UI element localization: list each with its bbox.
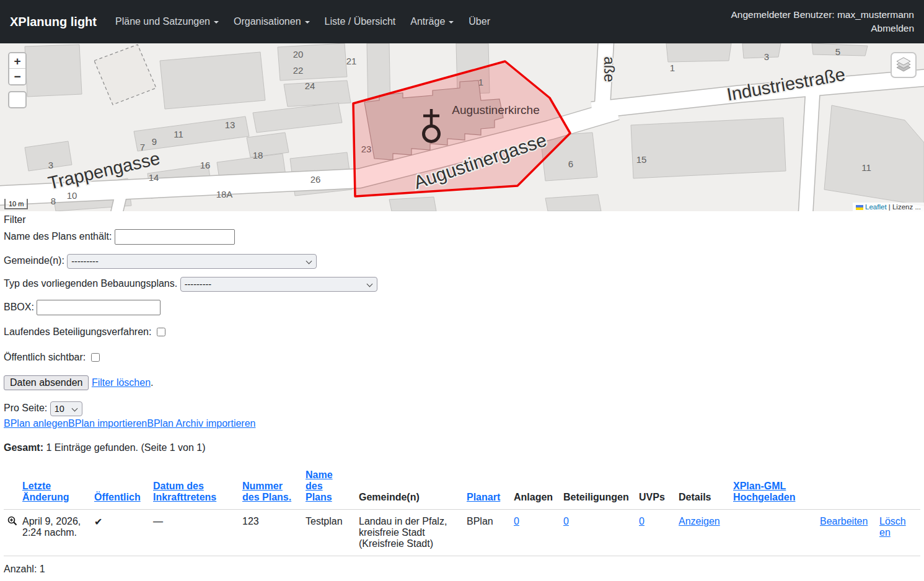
svg-text:24: 24 (305, 81, 315, 91)
layers-control[interactable] (891, 52, 917, 78)
bebauungsplan-typ-label: Typ des vorliegenden Bebauungsplans. (4, 278, 177, 289)
beteiligungsverfahren-checkbox[interactable] (157, 328, 165, 336)
plan-name-label: Name des Plans enthält: (4, 231, 112, 242)
chevron-down-icon (305, 21, 310, 24)
bbox-input[interactable] (37, 300, 161, 315)
header-bearbeiten-spacer (820, 463, 879, 510)
svg-text:7: 7 (140, 142, 145, 152)
beteiligungen-count-link[interactable]: 0 (563, 516, 569, 526)
user-area: Angemeldeter Benutzer: max_mustermann Ab… (731, 8, 914, 35)
nav-item-liste-uebersicht[interactable]: Liste / Übersicht (317, 12, 403, 31)
nav-item-plaene-und-satzungen[interactable]: Pläne und Satzungen (108, 12, 226, 31)
header-uvps: UVPs (639, 463, 679, 510)
svg-text:23: 23 (361, 144, 372, 154)
header-beteiligungen: Beteiligungen (563, 463, 639, 510)
main-content: Filter Name des Plans enthält: Gemeinde(… (0, 214, 924, 581)
svg-text:22: 22 (293, 65, 304, 76)
street-label-partial: aße (601, 56, 618, 82)
svg-text:18: 18 (253, 150, 263, 160)
beteiligungsverfahren-label: Laufendes Beteiligungsverfahren: (4, 326, 151, 337)
logged-in-user: Angemeldeter Benutzer: max_mustermann (731, 8, 914, 22)
header-anlagen: Anlagen (514, 463, 563, 510)
svg-text:3: 3 (48, 160, 53, 170)
bplan-anlegen-link[interactable]: BPlan anlegen (4, 418, 68, 429)
clear-filter-suffix: . (151, 377, 153, 388)
chevron-down-icon (449, 21, 454, 24)
cell-datum-inkrafttretens: — (153, 510, 242, 556)
cell-xplan-gml (733, 510, 820, 556)
plan-name-input[interactable] (115, 229, 235, 245)
svg-text:18A: 18A (216, 189, 233, 199)
nav-item-label: Organisationen (234, 16, 301, 27)
navbar: XPlanung light Pläne und Satzungen Organ… (0, 0, 924, 43)
map-extra-control[interactable] (8, 91, 27, 108)
result-count: Anzahl: 1 (4, 564, 920, 575)
map-canvas[interactable]: Trappengasse Augustinergasse Industriest… (0, 43, 924, 211)
sort-nummer-des-plans[interactable]: Nummer des Plans. (242, 481, 291, 502)
sort-name-des-plans[interactable]: Name des Plans (306, 470, 333, 502)
details-anzeigen-link[interactable]: Anzeigen (679, 516, 720, 526)
gemeinde-label: Gemeinde(n): (4, 255, 64, 266)
sort-oeffentlich[interactable]: Öffentlich (94, 492, 141, 502)
nav-item-ueber[interactable]: Über (461, 12, 498, 31)
chevron-down-icon (214, 21, 219, 24)
submit-button[interactable]: Daten absenden (4, 375, 89, 390)
map[interactable]: Trappengasse Augustinergasse Industriest… (0, 43, 924, 211)
cell-name: Testplan (306, 510, 359, 556)
leaflet-link[interactable]: Leaflet (865, 203, 887, 211)
clear-filter-link[interactable]: Filter löschen (92, 377, 151, 388)
svg-text:3: 3 (764, 51, 769, 62)
svg-text:15: 15 (636, 154, 647, 165)
sort-planart[interactable]: Planart (467, 492, 500, 502)
result-summary: Gesamt: 1 Einträge gefunden. (Seite 1 vo… (4, 442, 920, 453)
svg-text:13: 13 (225, 120, 235, 130)
table-row: April 9, 2026, 2:24 nachm. ✔ — 123 Testp… (4, 510, 920, 556)
zoom-in-button[interactable]: + (9, 53, 25, 69)
logout-link[interactable]: Abmelden (871, 23, 914, 33)
oeffentlich-sichtbar-checkbox[interactable] (91, 353, 100, 362)
check-icon: ✔ (94, 510, 153, 556)
svg-text:26: 26 (310, 174, 321, 185)
svg-text:21: 21 (346, 56, 357, 66)
zoom-to-plan-icon[interactable] (7, 516, 17, 526)
svg-text:8: 8 (51, 196, 56, 206)
svg-text:6: 6 (568, 159, 573, 169)
loeschen-link[interactable]: Löschen (879, 516, 906, 538)
table-header-row: Letzte Änderung Öffentlich Datum des Ink… (4, 463, 920, 510)
nav-item-label: Liste / Übersicht (325, 16, 396, 27)
app-brand[interactable]: XPlanung light (10, 15, 97, 29)
svg-text:16: 16 (200, 160, 211, 170)
sort-xplan-gml[interactable]: XPlan-GML Hochgeladen (733, 481, 795, 502)
svg-text:5: 5 (835, 46, 840, 57)
nav-item-label: Pläne und Satzungen (115, 16, 210, 27)
bebauungsplan-typ-select[interactable]: --------- (180, 277, 377, 292)
nav-item-antraege[interactable]: Anträge (403, 12, 461, 31)
header-details: Details (679, 463, 733, 510)
gemeinde-select[interactable]: --------- (67, 254, 317, 269)
ukraine-flag-icon (856, 205, 863, 210)
map-attribution: Leaflet | Lizenz ... (853, 203, 924, 211)
sort-datum-inkrafttretens[interactable]: Datum des Inkrafttretens (153, 481, 216, 502)
cell-nummer: 123 (242, 510, 306, 556)
cell-planart: BPlan (467, 510, 514, 556)
bplan-importieren-link[interactable]: BPlan importieren (68, 418, 147, 429)
svg-text:20: 20 (293, 49, 304, 59)
svg-text:11: 11 (861, 162, 871, 173)
layers-icon (895, 56, 912, 74)
svg-text:1: 1 (670, 63, 675, 73)
summary-label: Gesamt: (4, 442, 43, 453)
anlagen-count-link[interactable]: 0 (514, 516, 519, 526)
bearbeiten-link[interactable]: Bearbeiten (820, 516, 868, 526)
filter-title: Filter (4, 214, 920, 225)
nav-item-label: Anträge (410, 16, 445, 27)
svg-text:11: 11 (174, 129, 183, 139)
uvps-count-link[interactable]: 0 (639, 516, 645, 526)
map-scale: 10 m (4, 199, 28, 209)
header-gemeinden: Gemeinde(n) (359, 463, 467, 510)
sort-letzte-aenderung[interactable]: Letzte Änderung (22, 481, 69, 502)
zoom-out-button[interactable]: − (9, 69, 25, 84)
nav-item-organisationen[interactable]: Organisationen (226, 12, 317, 31)
per-page-select[interactable]: 10 (50, 401, 82, 416)
cell-letzte-aenderung: April 9, 2026, 2:24 nachm. (22, 510, 94, 556)
bplan-archiv-importieren-link[interactable]: BPlan Archiv importieren (147, 418, 255, 429)
